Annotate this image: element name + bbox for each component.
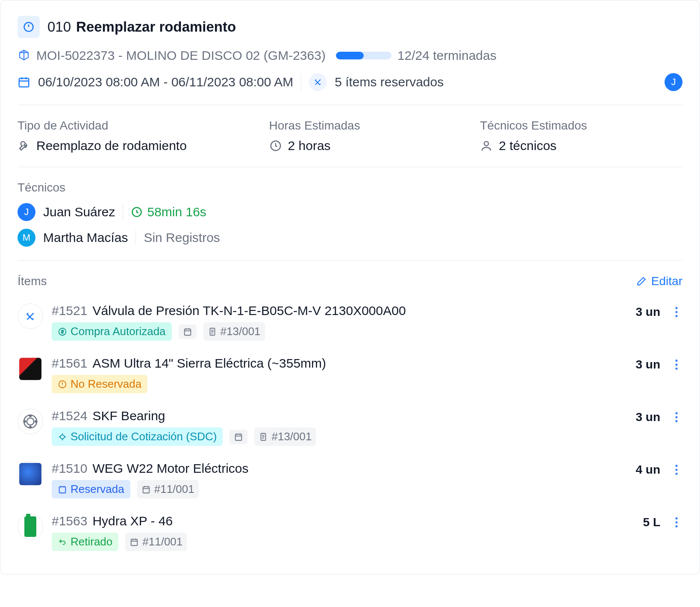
svg-point-11 <box>675 359 677 362</box>
item-status-badge: Retirado <box>52 533 118 551</box>
technician-name: Juan Suárez <box>43 205 115 219</box>
calendar-icon <box>141 485 151 494</box>
svg-point-24 <box>675 416 677 418</box>
work-order-code: 010 <box>47 19 71 35</box>
activity-type-value: Reemplazo de rodamiento <box>36 138 187 153</box>
progress-fill <box>336 52 364 59</box>
assignee-avatar[interactable]: J <box>665 73 682 91</box>
technician-row: J Juan Suárez 58min 16s <box>18 203 682 221</box>
item-menu-button[interactable] <box>671 409 682 426</box>
divider <box>18 260 682 261</box>
item-chip[interactable] <box>179 324 197 339</box>
svg-point-13 <box>675 368 677 370</box>
edit-items-button[interactable]: Editar <box>636 274 682 288</box>
svg-point-19 <box>35 421 37 422</box>
item-quantity: 4 un <box>635 463 660 477</box>
technicians-label: Técnicos <box>18 181 682 194</box>
item-status-badge: Solicitud de Cotización (SDC) <box>52 427 223 446</box>
chip-text: #11/001 <box>142 535 182 548</box>
doc-icon <box>259 432 268 442</box>
svg-point-16 <box>29 415 31 417</box>
item-thumbnail <box>18 356 43 382</box>
svg-point-17 <box>29 426 31 428</box>
item-row: #1561 ASM Ultra 14" Sierra Eléctrica (~3… <box>18 348 682 401</box>
item-id: #1563 <box>52 514 87 528</box>
technician-avatar[interactable]: J <box>18 203 35 221</box>
activity-type-label: Tipo de Actividad <box>18 119 261 133</box>
svg-rect-26 <box>59 486 66 493</box>
svg-point-15 <box>27 418 34 425</box>
item-menu-button[interactable] <box>671 461 682 478</box>
items-label: Ítems <box>18 274 47 288</box>
estimated-techs-value: 2 técnicos <box>499 138 556 153</box>
svg-point-12 <box>675 363 677 365</box>
divider <box>301 74 301 91</box>
item-chip[interactable]: #11/001 <box>137 480 199 498</box>
tools-icon <box>309 73 327 91</box>
badge-text: Compra Autorizada <box>71 325 166 338</box>
item-name: Válvula de Presión TK-N-1-E-B05C-M-V 213… <box>92 304 406 318</box>
badge-icon <box>58 485 67 494</box>
item-menu-button[interactable] <box>671 304 682 321</box>
svg-rect-31 <box>131 539 138 545</box>
calendar-icon <box>18 76 30 88</box>
timer: 58min 16s <box>131 205 206 219</box>
item-row: #1524 SKF Bearing Solicitud de Cotizació… <box>18 401 682 454</box>
svg-rect-1 <box>19 78 29 87</box>
edit-label: Editar <box>651 274 682 288</box>
svg-point-23 <box>675 412 677 414</box>
svg-rect-21 <box>235 434 242 440</box>
badge-icon <box>58 380 67 389</box>
calendar-icon <box>234 432 243 442</box>
divider <box>18 105 682 105</box>
clock-icon <box>269 139 282 152</box>
item-id: #1524 <box>52 409 87 423</box>
item-quantity: 3 un <box>635 305 660 319</box>
reserved-items-text: 5 ítems reservados <box>335 75 444 89</box>
item-status-badge: No Reservada <box>52 375 147 393</box>
item-chip[interactable]: #13/001 <box>254 427 316 446</box>
estimated-hours-value: 2 horas <box>288 138 331 153</box>
item-row: #1510 WEG W22 Motor Eléctricos Reservada… <box>18 454 682 506</box>
item-name: Hydra XP - 46 <box>92 514 173 528</box>
item-chip[interactable]: #11/001 <box>125 533 187 551</box>
item-quantity: 5 L <box>643 516 660 529</box>
badge-icon <box>58 327 67 336</box>
item-quantity: 3 un <box>635 410 660 424</box>
item-menu-button[interactable] <box>671 356 682 373</box>
item-thumbnail <box>18 304 43 329</box>
item-chip[interactable]: #13/001 <box>203 322 265 341</box>
technician-avatar[interactable]: M <box>18 229 35 247</box>
summary-grid: Tipo de Actividad Reemplazo de rodamient… <box>18 119 682 153</box>
chip-text: #11/001 <box>154 483 194 496</box>
timer-value: 58min 16s <box>147 205 206 219</box>
svg-point-29 <box>675 469 677 471</box>
item-name: SKF Bearing <box>92 409 165 423</box>
item-id: #1510 <box>52 461 87 476</box>
svg-rect-27 <box>143 486 149 493</box>
svg-point-7 <box>675 307 677 309</box>
item-chip[interactable] <box>229 430 247 444</box>
item-name: ASM Ultra 14" Sierra Eléctrica (~355mm) <box>92 356 326 371</box>
svg-point-30 <box>675 473 677 475</box>
item-thumbnail <box>18 409 43 434</box>
item-status-badge: Compra Autorizada <box>52 322 172 341</box>
work-order-card: 010 Reemplazar rodamiento MOI-5022373 - … <box>0 0 700 575</box>
svg-point-8 <box>675 311 677 313</box>
svg-point-25 <box>675 420 677 422</box>
schedule-row: 06/10/2023 08:00 AM - 06/11/2023 08:00 A… <box>18 73 682 91</box>
divider <box>135 230 136 245</box>
doc-icon <box>208 327 217 336</box>
technician-row: M Martha Macías Sin Registros <box>18 229 682 247</box>
svg-point-18 <box>24 421 26 422</box>
divider <box>18 167 682 167</box>
item-menu-button[interactable] <box>671 514 682 531</box>
calendar-icon <box>183 327 192 336</box>
item-row: #1563 Hydra XP - 46 Retirado #11/001 5 L <box>18 506 682 559</box>
date-range: 06/10/2023 08:00 AM - 06/11/2023 08:00 A… <box>38 75 293 89</box>
calendar-icon <box>129 537 139 547</box>
svg-point-20 <box>60 435 64 439</box>
technician-name: Martha Macías <box>43 230 128 245</box>
work-order-name: Reemplazar rodamiento <box>76 19 236 35</box>
chip-text: #13/001 <box>271 430 312 443</box>
